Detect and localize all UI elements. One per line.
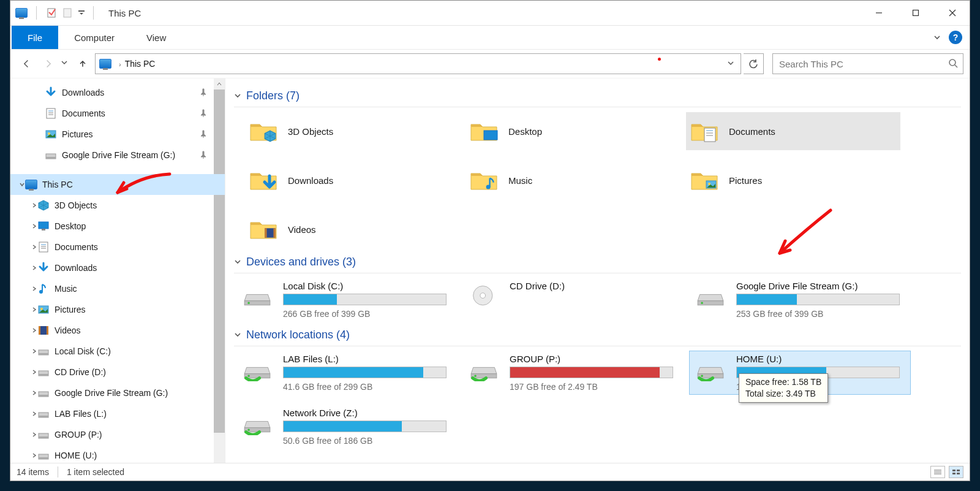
pictures-icon (45, 128, 57, 140)
network-section-header[interactable]: Network locations (4) (234, 326, 961, 346)
svg-rect-38 (957, 473, 960, 474)
tiles-view-button[interactable] (949, 466, 963, 478)
expand-icon[interactable] (30, 201, 39, 210)
nav-quick-item[interactable]: Downloads (10, 82, 225, 103)
folder-item[interactable]: Documents (686, 112, 900, 150)
chevron-down-icon[interactable] (234, 256, 241, 268)
folder-item[interactable]: Videos (245, 210, 459, 248)
nav-child-item[interactable]: CD Drive (D:) (10, 362, 225, 383)
drive-subtext: 253 GB free of 399 GB (736, 309, 907, 319)
search-box[interactable] (772, 53, 963, 74)
cd-icon (37, 366, 50, 378)
drive-item[interactable]: Local Disk (C:) 266 GB free of 399 GB (236, 278, 457, 321)
nav-child-item[interactable]: Desktop (10, 216, 225, 237)
nav-child-item[interactable]: Google Drive File Stream (G:) (10, 383, 225, 403)
pin-icon[interactable] (199, 109, 208, 118)
cd-icon (467, 282, 501, 310)
nav-label: Desktop (55, 221, 86, 231)
nav-child-item[interactable]: 3D Objects (10, 195, 225, 216)
net-icon (240, 355, 274, 383)
pin-icon[interactable] (199, 151, 208, 159)
hdd-icon (37, 345, 50, 357)
expand-icon[interactable] (30, 222, 39, 230)
chevron-down-icon[interactable] (234, 89, 241, 102)
folder-item[interactable]: Desktop (466, 112, 680, 150)
nav-quick-item[interactable]: Google Drive File Stream (G:) (10, 145, 225, 166)
chevron-right-icon[interactable]: › (119, 61, 121, 68)
nav-child-item[interactable]: Local Disk (C:) (10, 341, 225, 362)
expand-icon[interactable] (30, 409, 39, 418)
expand-icon[interactable] (30, 326, 39, 335)
usage-bar (736, 294, 900, 305)
nav-label: Downloads (62, 88, 104, 97)
drive-item[interactable]: GROUP (P:) 197 GB free of 2.49 TB (463, 351, 684, 394)
qat-new-icon[interactable] (61, 7, 74, 19)
up-button[interactable] (73, 54, 92, 74)
devices-section-header[interactable]: Devices and drives (3) (234, 253, 961, 273)
ribbon-collapse-icon[interactable] (930, 31, 944, 44)
folder-item[interactable]: Downloads (245, 161, 459, 199)
forward-button[interactable] (39, 54, 58, 74)
folder-item[interactable]: 3D Objects (245, 112, 459, 150)
nav-child-item[interactable]: LAB Files (L:) (10, 403, 225, 424)
back-button[interactable] (17, 54, 36, 74)
address-bar[interactable]: › This PC (95, 53, 741, 74)
nav-child-item[interactable]: GROUP (P:) (10, 424, 225, 445)
folder-item[interactable]: Music (466, 161, 680, 199)
details-view-button[interactable] (930, 466, 945, 478)
address-dropdown-icon[interactable] (723, 59, 738, 69)
qat-customize-icon[interactable] (77, 7, 86, 19)
expand-icon[interactable] (30, 430, 39, 439)
qat-properties-icon[interactable] (45, 7, 58, 19)
expand-icon[interactable] (30, 305, 39, 314)
net-icon (240, 409, 274, 437)
status-bar: 14 items 1 item selected (10, 463, 970, 481)
maximize-button[interactable] (899, 1, 933, 25)
breadcrumb-this-pc[interactable]: This PC (125, 59, 156, 69)
svg-rect-19 (64, 9, 71, 17)
nav-quick-item[interactable]: Documents (10, 103, 225, 124)
nav-label: CD Drive (D:) (55, 367, 106, 377)
expand-icon[interactable] (30, 264, 39, 272)
drive-item[interactable]: Google Drive File Stream (G:) 253 GB fre… (690, 278, 910, 321)
drive-item[interactable]: CD Drive (D:) (463, 278, 684, 321)
drive-subtext: 197 GB free of 2.49 TB (510, 382, 680, 392)
file-tab[interactable]: File (12, 26, 58, 49)
search-input[interactable] (778, 55, 927, 73)
minimize-button[interactable] (862, 1, 896, 25)
nav-child-item[interactable]: Music (10, 278, 225, 299)
folder-item[interactable]: Pictures (686, 161, 900, 199)
expand-icon[interactable] (30, 284, 39, 293)
nav-child-item[interactable]: HOME (U:) (10, 445, 225, 463)
drive-icon (45, 149, 57, 161)
drive-label: HOME (U:) (736, 354, 907, 364)
refresh-button[interactable] (744, 53, 764, 74)
help-icon[interactable]: ? (949, 31, 962, 44)
view-tab[interactable]: View (130, 26, 182, 49)
computer-tab[interactable]: Computer (58, 26, 130, 49)
nav-child-item[interactable]: Downloads (10, 257, 225, 278)
nav-child-item[interactable]: Documents (10, 237, 225, 257)
drive-item[interactable]: Network Drive (Z:) 50.6 GB free of 186 G… (236, 405, 457, 448)
expand-icon[interactable] (30, 389, 39, 397)
nav-quick-item[interactable]: Pictures (10, 124, 225, 145)
chevron-down-icon[interactable] (234, 329, 241, 341)
drive-item[interactable]: LAB Files (L:) 41.6 GB free of 299 GB (236, 351, 457, 394)
folders-section-header[interactable]: Folders (7) (234, 87, 961, 107)
drive-label: CD Drive (D:) (510, 281, 680, 291)
nav-this-pc[interactable]: This PC (10, 174, 225, 195)
expand-icon[interactable] (30, 347, 39, 356)
pin-icon[interactable] (199, 88, 208, 97)
pin-icon[interactable] (199, 130, 208, 139)
close-button[interactable] (935, 1, 970, 25)
nav-child-item[interactable]: Videos (10, 320, 225, 341)
nav-child-item[interactable]: Pictures (10, 299, 225, 320)
expand-icon[interactable] (30, 451, 39, 460)
status-selection: 1 item selected (67, 467, 124, 477)
svg-rect-36 (957, 470, 960, 471)
history-dropdown[interactable] (61, 54, 70, 74)
expand-icon[interactable] (30, 243, 39, 251)
expand-icon[interactable] (30, 368, 39, 376)
net-icon (693, 355, 728, 383)
drive-item[interactable]: HOME (U:) 1. Space free: 1.58 TBTotal si… (690, 351, 910, 394)
